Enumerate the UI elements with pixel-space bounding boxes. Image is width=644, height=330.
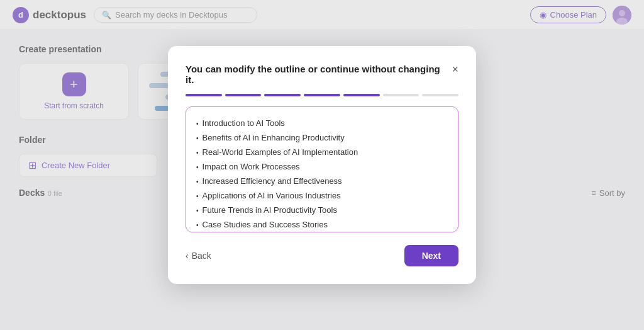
outline-item: •Increased Efficiency and Effectiveness bbox=[196, 174, 448, 188]
back-arrow-icon: ‹ bbox=[186, 251, 189, 261]
progress-segment-6 bbox=[383, 94, 419, 96]
progress-segment-2 bbox=[225, 94, 262, 96]
progress-segment-4 bbox=[304, 94, 340, 96]
outline-item: •Benefits of AI in Enhancing Productivit… bbox=[196, 130, 448, 145]
back-label: Back bbox=[192, 251, 211, 261]
progress-segment-1 bbox=[186, 94, 222, 96]
outline-item: •Future Trends in AI Productivity Tools bbox=[196, 203, 448, 217]
close-icon: × bbox=[452, 63, 458, 76]
modal-overlay: You can modify the outline or continue w… bbox=[0, 0, 644, 330]
close-button[interactable]: × bbox=[452, 64, 458, 75]
bullet-icon: • bbox=[196, 207, 199, 214]
outline-item: •Impact on Work Processes bbox=[196, 159, 448, 174]
bullet-icon: • bbox=[196, 135, 199, 142]
progress-bar bbox=[186, 94, 458, 96]
outline-box[interactable]: •Introduction to AI Tools•Benefits of AI… bbox=[186, 106, 458, 232]
progress-segment-7 bbox=[422, 94, 458, 96]
modal-title: You can modify the outline or continue w… bbox=[186, 64, 450, 85]
bullet-icon: • bbox=[196, 222, 199, 229]
modal-footer: ‹ Back Next bbox=[186, 245, 458, 266]
progress-segment-5 bbox=[343, 94, 380, 96]
next-label: Next bbox=[422, 251, 441, 261]
bullet-icon: • bbox=[196, 178, 199, 185]
bullet-icon: • bbox=[196, 164, 199, 171]
bullet-icon: • bbox=[196, 120, 199, 127]
bullet-icon: • bbox=[196, 193, 199, 200]
next-button[interactable]: Next bbox=[404, 245, 458, 266]
outline-item: •Real-World Examples of AI Implementatio… bbox=[196, 145, 448, 159]
progress-segment-3 bbox=[264, 94, 301, 96]
bullet-icon: • bbox=[196, 149, 199, 156]
back-button[interactable]: ‹ Back bbox=[186, 251, 211, 261]
outline-item: •Applications of AI in Various Industrie… bbox=[196, 188, 448, 203]
modal-header: You can modify the outline or continue w… bbox=[186, 64, 458, 85]
outline-item: •Case Studies and Success Stories bbox=[196, 217, 448, 232]
outline-item: •Introduction to AI Tools bbox=[196, 116, 448, 130]
modal: You can modify the outline or continue w… bbox=[168, 46, 476, 284]
